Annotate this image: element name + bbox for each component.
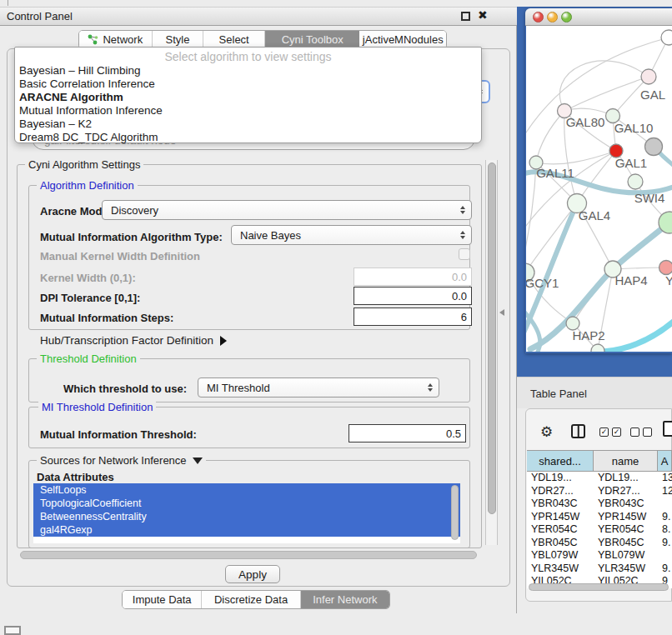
kernel-width-value: 0.0	[452, 271, 467, 283]
table-column-header[interactable]: shared...	[527, 451, 594, 471]
tab-infer-network[interactable]: Infer Network	[301, 591, 389, 608]
tab-network-label: Network	[103, 33, 143, 46]
table-row[interactable]: YDL19...YDL19...13	[527, 472, 672, 485]
network-canvas[interactable]: GALGAL80GAL10GAL1GAL11SWI4GAL4GCY1HAP4YH…	[526, 26, 672, 352]
hub-definition-expander[interactable]: Hub/Transcription Factor Definition	[40, 334, 227, 347]
table-cell: YBR043C	[527, 498, 594, 511]
algorithm-option[interactable]: ARACNE Algorithm	[15, 91, 481, 104]
traffic-light-zoom-icon[interactable]	[561, 12, 572, 22]
document-icon[interactable]	[663, 421, 672, 437]
mi-threshold-value: 0.5	[446, 428, 461, 440]
node-label: GAL1	[615, 156, 647, 170]
dpi-tolerance-value: 0.0	[452, 290, 467, 302]
algorithm-option[interactable]: Bayesian – K2	[15, 118, 481, 131]
tab-network[interactable]: Network	[79, 31, 153, 48]
table-cell: 13	[658, 472, 672, 485]
network-edge[interactable]	[603, 319, 672, 352]
algorithm-definition-title: Algorithm Definition	[37, 179, 138, 192]
network-node-gal[interactable]	[641, 69, 656, 84]
kernel-width-field[interactable]: 0.0	[354, 268, 472, 286]
mi-threshold-field[interactable]: 0.5	[349, 424, 466, 442]
tab-impute-data-label: Impute Data	[133, 593, 192, 606]
kernel-width-label: Kernel Width (0,1):	[40, 272, 136, 284]
mi-steps-field[interactable]: 6	[354, 308, 472, 326]
mi-algorithm-type-value: Naive Bayes	[240, 229, 301, 242]
network-edge[interactable]	[536, 111, 564, 162]
data-attribute-item[interactable]: SelfLoops	[33, 483, 460, 497]
table-row[interactable]: YBL079WYBL079W	[527, 549, 672, 562]
traffic-light-close-icon[interactable]	[533, 12, 544, 22]
float-window-icon[interactable]	[461, 12, 470, 21]
node-label: GAL10	[614, 121, 654, 135]
threshold-definition-title: Threshold Definition	[37, 352, 140, 365]
bottom-tabbar: Impute Data Discretize Data Infer Networ…	[122, 590, 390, 609]
dpi-tolerance-field[interactable]: 0.0	[354, 287, 472, 305]
table-cell: 8.	[658, 523, 672, 537]
tab-discretize-data[interactable]: Discretize Data	[202, 591, 300, 608]
table-cell: 9.	[658, 511, 672, 524]
tab-style[interactable]: Style	[153, 31, 204, 48]
list-scrollbar[interactable]	[451, 485, 459, 540]
algorithm-option[interactable]: Bayesian – Hill Climbing	[15, 64, 481, 78]
table-header-row: shared...nameA	[527, 450, 672, 472]
manual-kernel-width-checkbox[interactable]	[459, 248, 470, 260]
checked-checkbox-icon[interactable]: ✓	[599, 428, 609, 437]
traffic-light-minimize-icon[interactable]	[547, 12, 558, 22]
panel-splitter-handle[interactable]	[499, 309, 504, 316]
table-cell: YDL19...	[527, 472, 594, 485]
scrollbar-thumb[interactable]	[488, 162, 496, 514]
network-edge[interactable]	[564, 77, 649, 111]
table-column-header[interactable]: name	[594, 451, 658, 471]
gear-icon[interactable]: ⚙	[540, 423, 553, 441]
network-node[interactable]	[645, 138, 663, 156]
data-attribute-item[interactable]: BetweennessCentrality	[33, 510, 460, 523]
table-row[interactable]: YLR345WYLR345W9.	[527, 562, 672, 576]
network-window-titlebar[interactable]	[525, 8, 672, 26]
aracne-mode-combobox[interactable]: Discovery	[102, 200, 472, 220]
close-icon[interactable]: ✖	[478, 8, 488, 22]
sources-group-title[interactable]: Sources for Network Inference	[37, 454, 206, 467]
tab-cyni-toolbox[interactable]: Cyni Toolbox	[265, 31, 359, 48]
tab-select[interactable]: Select	[203, 31, 265, 48]
hub-definition-label: Hub/Transcription Factor Definition	[40, 334, 213, 347]
table-row[interactable]: YBR045CYBR045C9.	[527, 537, 672, 550]
apply-button[interactable]: Apply	[225, 565, 280, 583]
control-panel-titlebar[interactable]	[0, 7, 517, 26]
settings-horizontal-scrollbar[interactable]	[20, 551, 477, 559]
tab-jactivemnodules[interactable]: jActiveMNodules	[359, 31, 446, 48]
split-view-icon[interactable]	[571, 424, 585, 438]
settings-vertical-scrollbar[interactable]	[485, 160, 498, 545]
network-node-swi4[interactable]	[628, 174, 643, 189]
tab-impute-data[interactable]: Impute Data	[123, 591, 202, 608]
control-panel-title: Control Panel	[7, 10, 73, 22]
algorithm-option[interactable]: Basic Correlation Inference	[15, 78, 481, 91]
network-node-y[interactable]	[659, 261, 672, 275]
table-cell: YDL19...	[594, 472, 658, 485]
data-attribute-item[interactable]: gal4RGexp	[33, 523, 460, 537]
combo-arrows-icon	[460, 231, 465, 239]
which-threshold-label: Which threshold to use:	[63, 382, 187, 395]
table-row[interactable]: YER054CYER054C8.	[527, 523, 672, 537]
network-graph: GALGAL80GAL10GAL1GAL11SWI4GAL4GCY1HAP4YH…	[526, 26, 672, 352]
table-row[interactable]: YPR145WYPR145W9.	[527, 511, 672, 524]
table-cell: 12	[658, 485, 672, 498]
network-edge[interactable]	[559, 61, 649, 111]
algorithm-option[interactable]: Mutual Information Inference	[15, 104, 481, 118]
network-node[interactable]	[661, 30, 672, 45]
mi-steps-label: Mutual Information Steps:	[40, 312, 173, 324]
checked-checkbox-icon[interactable]: ✓	[612, 428, 621, 437]
algorithm-option[interactable]: Dream8 DC_TDC Algorithm	[15, 131, 481, 144]
table-cell: 9.	[658, 537, 672, 550]
data-attributes-list[interactable]: SelfLoopsTopologicalCoefficientBetweenne…	[33, 483, 460, 543]
table-row[interactable]: YDR27...YDR27...12	[527, 485, 672, 498]
table-row[interactable]: YBR043CYBR043C	[527, 498, 672, 511]
unchecked-checkbox-icon[interactable]	[630, 428, 639, 437]
table-column-header[interactable]: A	[658, 451, 672, 471]
algorithm-dropdown-popup: Select algorithm to view settings Bayesi…	[14, 47, 482, 143]
data-attribute-item[interactable]: TopologicalCoefficient	[33, 497, 460, 510]
table-cell: YBR045C	[594, 537, 658, 550]
mi-algorithm-type-combobox[interactable]: Naive Bayes	[231, 225, 472, 245]
unchecked-checkbox-icon[interactable]	[643, 428, 652, 437]
which-threshold-combobox[interactable]: MI Threshold	[198, 378, 439, 398]
table-horizontal-scrollbar[interactable]	[529, 583, 669, 591]
